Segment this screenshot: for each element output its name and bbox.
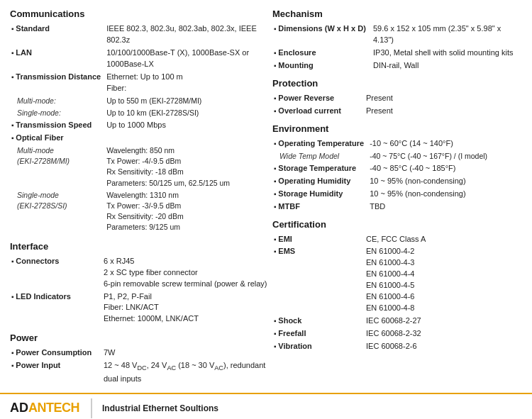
row-storage-temp: Storage Temperature -40 ~ 85°C (-40 ~ 18… <box>272 162 522 175</box>
interface-table: Connectors 6 x RJ452 x SC type fiber con… <box>10 255 272 326</box>
main-content: Communications Standard IEEE 802.3, 802.… <box>0 0 532 393</box>
value-freefall: IEC 60068-2-32 <box>365 328 522 340</box>
left-column: Communications Standard IEEE 802.3, 802.… <box>10 9 272 386</box>
section-title-certification: Certification <box>272 219 522 230</box>
value-wide-temp: -40 ~ 75°C (-40 ~ 167°F) / (I model) <box>368 150 522 162</box>
value-optical-fiber <box>105 132 272 145</box>
value-overload-current: Present <box>365 105 522 118</box>
label-enclosure: Enclosure <box>272 47 372 60</box>
label-storage-temp: Storage Temperature <box>272 162 368 175</box>
label-freefall: Freefall <box>272 328 365 340</box>
label-storage-humidity: Storage Humidity <box>272 188 368 201</box>
footer-container: ADANTECH Industrial Ethernet Soultions A… <box>0 393 532 419</box>
page-wrapper: Communications Standard IEEE 802.3, 802.… <box>0 0 532 419</box>
row-ems: EMS EN 61000-4-2EN 61000-4-3EN 61000-4-4… <box>272 245 522 315</box>
value-power-consumption: 7W <box>102 347 272 359</box>
value-op-humidity: 10 ~ 95% (non-condensing) <box>368 175 522 188</box>
label-mtbf: MTBF <box>272 201 368 213</box>
value-standard: IEEE 802.3, 802.3u, 802.3ab, 802.3x, IEE… <box>105 23 272 47</box>
value-emi: CE, FCC Class A <box>365 233 522 246</box>
row-mtbf: MTBF TBD <box>272 201 522 213</box>
row-shock: Shock IEC 60068-2-27 <box>272 315 522 328</box>
row-enclosure: Enclosure IP30, Metal shell with solid m… <box>272 47 522 60</box>
row-optical-fiber: Optical Fiber <box>10 132 272 145</box>
label-vibration: Vibration <box>272 340 365 353</box>
section-title-mechanism: Mechanism <box>272 9 522 19</box>
label-op-humidity: Operating Humidity <box>272 175 368 188</box>
footer-divider <box>91 398 92 418</box>
value-power-reverse: Present <box>365 92 522 105</box>
communications-table: Standard IEEE 802.3, 802.3u, 802.3ab, 80… <box>10 23 272 234</box>
row-transmission-distance: Transmission Distance Ethernet: Up to 10… <box>10 71 272 95</box>
value-mounting: DIN-rail, Wall <box>372 60 522 72</box>
value-singlemode-spec: Wavelength: 1310 nmTx Power: -3/-9.5 dBm… <box>105 189 272 234</box>
row-op-temp: Operating Temperature -10 ~ 60°C (14 ~ 1… <box>272 138 522 150</box>
label-power-reverse: Power Reverse <box>272 92 365 105</box>
section-title-environment: Environment <box>272 123 522 134</box>
section-title-communications: Communications <box>10 9 272 19</box>
value-dimensions: 59.6 x 152 x 105 mm (2.35" x 5.98" x 4.1… <box>372 23 522 47</box>
label-ems: EMS <box>272 245 365 315</box>
value-storage-temp: -40 ~ 85°C (-40 ~ 185°F) <box>368 162 522 175</box>
row-singlemode-dist: Single-mode: Up to 10 km (EKI-2728S/SI) <box>10 107 272 119</box>
label-op-temp: Operating Temperature <box>272 138 368 150</box>
row-connectors: Connectors 6 x RJ452 x SC type fiber con… <box>10 255 272 291</box>
label-multimode-spec: Multi-mode (EKI-2728M/MI) <box>10 145 105 189</box>
label-power-consumption: Power Consumption <box>10 347 102 359</box>
logo-prefix: AD <box>10 401 28 415</box>
label-wide-temp: Wide Temp Model <box>272 150 368 162</box>
label-transmission-distance: Transmission Distance <box>10 71 105 95</box>
label-power-input: Power Input <box>10 359 102 385</box>
value-shock: IEC 60068-2-27 <box>365 315 522 328</box>
value-led: P1, P2, P-FailFiber: LNK/ACTEthernet: 10… <box>102 291 272 326</box>
section-title-interface: Interface <box>10 241 272 252</box>
row-power-reverse: Power Reverse Present <box>272 92 522 105</box>
section-interface: Interface Connectors 6 x RJ452 x SC type… <box>10 241 272 326</box>
row-standard: Standard IEEE 802.3, 802.3u, 802.3ab, 80… <box>10 23 272 47</box>
row-vibration: Vibration IEC 60068-2-6 <box>272 340 522 353</box>
label-connectors: Connectors <box>10 255 102 291</box>
value-transmission-speed: Up to 1000 Mbps <box>105 119 272 132</box>
value-singlemode-dist: Up to 10 km (EKI-2728S/SI) <box>105 107 272 119</box>
power-table: Power Consumption 7W Power Input 12 ~ 48… <box>10 347 272 385</box>
section-protection: Protection Power Reverse Present Overloa… <box>272 78 522 118</box>
label-singlemode-spec: Single-mode (EKI-2728S/SI) <box>10 189 105 234</box>
footer-logo: ADANTECH <box>10 401 79 415</box>
row-overload-current: Overload current Present <box>272 105 522 118</box>
label-multimode-dist: Multi-mode: <box>10 95 105 107</box>
value-multimode-spec: Wavelength: 850 nmTx Power: -4/-9.5 dBmR… <box>105 145 272 189</box>
footer-tagline: Industrial Ethernet Soultions <box>102 403 218 413</box>
label-transmission-speed: Transmission Speed <box>10 119 105 132</box>
value-vibration: IEC 60068-2-6 <box>365 340 522 353</box>
label-lan: LAN <box>10 47 105 71</box>
row-storage-humidity: Storage Humidity 10 ~ 95% (non-condensin… <box>272 188 522 201</box>
value-lan: 10/100/1000Base-T (X), 1000Base-SX or 10… <box>105 47 272 71</box>
value-multimode-dist: Up to 550 m (EKI-2728M/MI) <box>105 95 272 107</box>
row-singlemode-spec: Single-mode (EKI-2728S/SI) Wavelength: 1… <box>10 189 272 234</box>
row-multimode-dist: Multi-mode: Up to 550 m (EKI-2728M/MI) <box>10 95 272 107</box>
value-connectors: 6 x RJ452 x SC type fiber connector6-pin… <box>102 255 272 291</box>
section-environment: Environment Operating Temperature -10 ~ … <box>272 123 522 213</box>
label-singlemode-dist: Single-mode: <box>10 107 105 119</box>
value-storage-humidity: 10 ~ 95% (non-condensing) <box>368 188 522 201</box>
logo-brand: ANTECH <box>28 401 79 415</box>
row-wide-temp: Wide Temp Model -40 ~ 75°C (-40 ~ 167°F)… <box>272 150 522 162</box>
certification-table: EMI CE, FCC Class A EMS EN 61000-4-2EN 6… <box>272 233 522 353</box>
label-mounting: Mounting <box>272 60 372 72</box>
right-column: Mechanism Dimensions (W x H x D) 59.6 x … <box>272 9 522 386</box>
section-power: Power Power Consumption 7W Power Input 1… <box>10 333 272 385</box>
label-standard: Standard <box>10 23 105 47</box>
row-multimode-spec: Multi-mode (EKI-2728M/MI) Wavelength: 85… <box>10 145 272 189</box>
row-emi: EMI CE, FCC Class A <box>272 233 522 246</box>
row-mounting: Mounting DIN-rail, Wall <box>272 60 522 72</box>
label-emi: EMI <box>272 233 365 246</box>
label-led: LED Indicators <box>10 291 102 326</box>
label-dimensions: Dimensions (W x H x D) <box>272 23 372 47</box>
mechanism-table: Dimensions (W x H x D) 59.6 x 152 x 105 … <box>272 23 522 72</box>
section-certification: Certification EMI CE, FCC Class A EMS EN… <box>272 219 522 353</box>
protection-table: Power Reverse Present Overload current P… <box>272 92 522 118</box>
value-mtbf: TBD <box>368 201 522 213</box>
row-dimensions: Dimensions (W x H x D) 59.6 x 152 x 105 … <box>272 23 522 47</box>
section-mechanism: Mechanism Dimensions (W x H x D) 59.6 x … <box>272 9 522 72</box>
label-optical-fiber: Optical Fiber <box>10 132 105 145</box>
